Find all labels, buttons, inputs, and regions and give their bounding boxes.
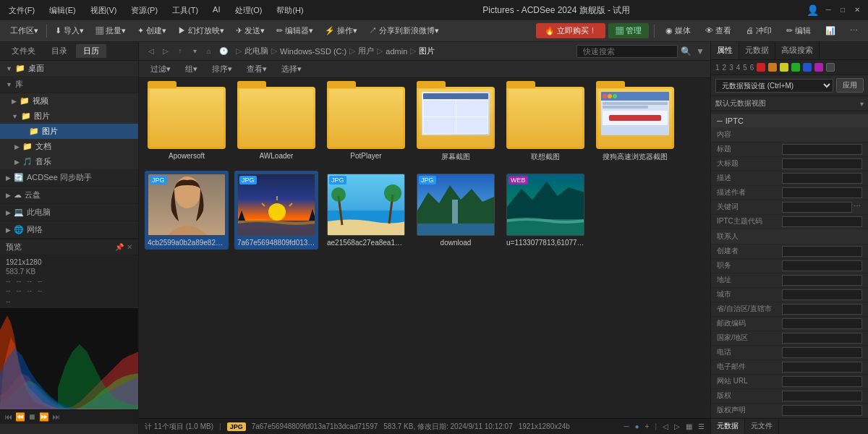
maximize-button[interactable]: □ <box>838 5 848 15</box>
field-input-phone[interactable] <box>782 347 862 358</box>
toolbar-workspace[interactable]: 工作区▾ <box>4 23 44 38</box>
tab-advanced-search[interactable]: 高级搜索 <box>775 42 820 59</box>
field-input-city[interactable] <box>782 289 862 300</box>
image-sunset[interactable]: JPG <box>234 171 318 250</box>
field-input-email[interactable] <box>782 362 862 373</box>
tab-metadata[interactable]: 元数据 <box>739 42 775 59</box>
filter-icon[interactable]: ▼ <box>696 46 705 56</box>
toolbar-actions[interactable]: ⚡ 操作▾ <box>319 23 363 38</box>
more-button[interactable]: ⋯ <box>844 24 864 38</box>
compare-button[interactable]: 📊 <box>820 24 841 38</box>
field-input-keywords[interactable] <box>782 202 852 213</box>
breadcrumb-admin[interactable]: admin <box>386 47 407 56</box>
field-input-description[interactable] <box>782 173 862 184</box>
buy-button[interactable]: 🔥 立即购买！ <box>536 23 605 38</box>
field-input-jobtitle[interactable] <box>782 260 862 271</box>
sidebar-item-music[interactable]: ▶ 🎵 音乐 <box>0 154 138 169</box>
sidebar-pc-header[interactable]: ▶ 💻 此电脑 <box>0 204 138 221</box>
breadcrumb-drive[interactable]: Windows-SSD (C:) <box>280 47 346 56</box>
toolbar-batch[interactable]: ▦ 批量▾ <box>90 23 132 38</box>
field-input-province[interactable] <box>782 304 862 315</box>
back-button[interactable]: ◁ <box>145 45 158 58</box>
tab-calendar[interactable]: 日历 <box>76 44 106 58</box>
search-icon[interactable]: 🔍 <box>681 46 692 56</box>
folder-screenshot[interactable]: 屏幕截图 <box>414 84 498 165</box>
tab-metadata-bottom[interactable]: 元数据 <box>711 419 745 434</box>
sidebar-item-pictures[interactable]: ▼ 📁 图片 <box>0 109 138 124</box>
image-web[interactable]: WEB <box>503 171 587 250</box>
toolbar-slideshow[interactable]: ▶ 幻灯放映▾ <box>172 23 230 38</box>
breadcrumb-pictures[interactable]: 图片 <box>419 46 435 56</box>
rating-3[interactable]: 3 <box>729 64 733 72</box>
forward-button[interactable]: ▷ <box>159 45 172 58</box>
menu-edit[interactable]: 编辑(E) <box>46 5 79 16</box>
field-input-postal[interactable] <box>782 318 862 329</box>
close-button[interactable]: ✕ <box>852 5 862 15</box>
iptc-header[interactable]: ─ IPTC <box>711 114 868 127</box>
page-forward-button[interactable]: ▷ <box>674 422 680 430</box>
dropdown-button[interactable]: ▾ <box>188 45 201 58</box>
grid-view-button[interactable]: ▦ <box>686 422 692 430</box>
expand-default-view[interactable]: ▾ <box>860 100 864 108</box>
media-button[interactable]: ◉ 媒体 <box>660 23 697 38</box>
user-icon[interactable]: 👤 <box>807 4 819 16</box>
folder-lenovo-screenshot[interactable]: 联想截图 <box>503 84 587 165</box>
toolbar-create[interactable]: ✦ 创建▾ <box>132 23 172 38</box>
tab-properties[interactable]: 属性 <box>711 42 739 59</box>
field-input-creator[interactable] <box>782 246 862 257</box>
print-button[interactable]: 🖨 冲印 <box>740 23 778 38</box>
sidebar-item-desktop[interactable]: ▼ 📁 桌面 <box>0 61 138 76</box>
folder-awloader[interactable]: AWLoader <box>234 84 318 165</box>
field-input-rights[interactable] <box>782 391 862 401</box>
metadata-preset-select[interactable]: 元数据预设值 (Ctrl+M) <box>715 79 833 93</box>
menu-tools[interactable]: 工具(T) <box>169 5 201 16</box>
sidebar-sync-header[interactable]: ▶ 🔄 ACDSee 同步助手 <box>0 169 138 187</box>
preview-stop-button[interactable]: ⏹ <box>28 412 36 422</box>
sidebar-library-header[interactable]: ▼ 库 <box>0 76 138 93</box>
breadcrumb-users[interactable]: 用户 <box>358 46 374 56</box>
field-input-desc-author[interactable] <box>782 187 862 198</box>
preview-next-button[interactable]: ⏩ <box>39 412 49 422</box>
menu-file[interactable]: 文件(F) <box>6 5 38 16</box>
tab-folder[interactable]: 文件夹 <box>4 44 43 58</box>
manage-button[interactable]: ▦ 管理 <box>608 23 649 38</box>
image-beach[interactable]: JPG <box>324 171 408 250</box>
rating-1[interactable]: 1 <box>715 64 720 72</box>
menu-resource[interactable]: 资源(P) <box>128 5 161 16</box>
tab-metafile-bottom[interactable]: 元文件 <box>745 419 779 434</box>
menu-view[interactable]: 视图(V) <box>88 5 120 16</box>
image-download[interactable]: JPG <box>414 171 498 250</box>
folder-apowersoft[interactable]: Apowersoft <box>145 84 229 165</box>
rating-4[interactable]: 4 <box>736 64 741 72</box>
pin-icon[interactable]: 📌 <box>115 243 124 251</box>
menu-ai[interactable]: AI <box>210 5 223 16</box>
apply-button[interactable]: 应用 <box>836 78 864 93</box>
sidebar-item-documents[interactable]: ▶ 📁 文档 <box>0 139 138 154</box>
sort-button[interactable]: 排序▾ <box>206 62 238 76</box>
color-label-purple[interactable] <box>814 63 823 72</box>
menu-process[interactable]: 处理(O) <box>232 5 265 16</box>
breadcrumb-thispc[interactable]: 此电脑 <box>244 46 268 56</box>
view-button[interactable]: 👁 查看 <box>699 23 737 38</box>
field-input-copyright[interactable] <box>782 405 862 416</box>
zoom-in-button[interactable]: + <box>645 422 650 430</box>
close-preview-button[interactable]: ✕ <box>127 243 132 251</box>
field-input-title[interactable] <box>782 144 862 155</box>
menu-help[interactable]: 帮助(H) <box>273 5 306 16</box>
zoom-out-button[interactable]: ─ <box>624 422 629 430</box>
field-input-address[interactable] <box>782 275 862 286</box>
image-portrait[interactable]: JPG <box>145 171 229 250</box>
sidebar-item-videos[interactable]: ▶ 📁 视频 <box>0 93 138 109</box>
toolbar-share[interactable]: ↗ 分享到新浪微博▾ <box>363 23 445 38</box>
zoom-slider[interactable]: ● <box>635 422 639 430</box>
folder-sogou-screenshot[interactable]: 搜狗高速浏览器截图 <box>593 84 677 165</box>
list-view-button[interactable]: ☰ <box>698 422 705 430</box>
toolbar-import[interactable]: ⬇ 导入▾ <box>49 23 90 38</box>
minimize-button[interactable]: ─ <box>823 5 833 15</box>
field-input-website[interactable] <box>782 376 862 387</box>
recent-button[interactable]: 🕐 <box>217 45 230 58</box>
toolbar-send[interactable]: ✈ 发送▾ <box>230 23 271 38</box>
rating-6[interactable]: 6 <box>750 64 754 72</box>
color-label-dark[interactable] <box>826 63 835 72</box>
filter-button[interactable]: 过滤▾ <box>145 62 176 76</box>
